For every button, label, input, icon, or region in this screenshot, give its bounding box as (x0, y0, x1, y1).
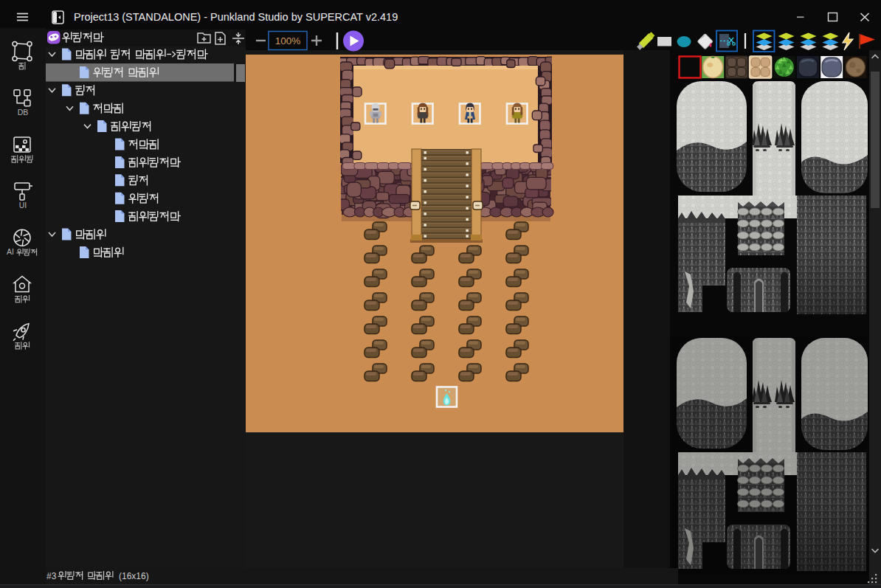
svg-text:#3: #3 (46, 571, 57, 581)
svg-text:AI: AI (7, 247, 14, 256)
svg-text:Project13 (STANDALONE) - Punkl: Project13 (STANDALONE) - Punkland Studio… (74, 11, 398, 23)
svg-text:DB: DB (18, 108, 29, 117)
svg-text:(16x16): (16x16) (119, 571, 149, 581)
svg-text:UI: UI (19, 201, 27, 210)
svg-text:100%: 100% (275, 35, 301, 46)
